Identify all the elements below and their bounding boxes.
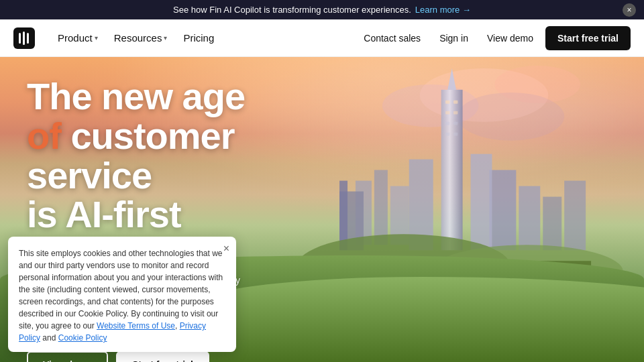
cookie-banner: × This site employs cookies and other te… [8, 237, 236, 352]
cookie-close-button[interactable]: × [223, 243, 229, 254]
start-free-trial-button[interactable]: Start free trial [545, 26, 631, 50]
terms-of-use-link[interactable]: Website Terms of Use [97, 321, 175, 330]
svg-rect-2 [23, 32, 25, 45]
svg-rect-18 [453, 122, 458, 125]
sign-in-link[interactable]: Sign in [433, 27, 475, 49]
svg-rect-28 [471, 154, 492, 251]
svg-rect-24 [519, 186, 540, 251]
svg-rect-13 [445, 101, 449, 104]
view-demo-nav-link[interactable]: View demo [480, 27, 540, 49]
hero-section: The new ageof customer serviceis AI-firs… [0, 57, 644, 362]
start-trial-hero-button[interactable]: Start free trial [116, 351, 209, 362]
nav-product[interactable]: Product ▾ [51, 27, 105, 49]
nav-left: Product ▾ Resources ▾ Pricing [51, 27, 221, 49]
resources-chevron-icon: ▾ [164, 34, 167, 42]
svg-rect-19 [445, 133, 449, 136]
svg-rect-15 [445, 111, 449, 115]
svg-rect-14 [453, 101, 458, 104]
contact-sales-link[interactable]: Contact sales [357, 27, 427, 49]
nav-resources[interactable]: Resources ▾ [107, 27, 174, 49]
announcement-link[interactable]: Learn more → [415, 5, 471, 15]
svg-rect-3 [27, 33, 29, 44]
navbar: Product ▾ Resources ▾ Pricing Contact sa… [0, 19, 644, 57]
intercom-logo-icon [13, 27, 35, 49]
svg-rect-26 [564, 181, 586, 251]
announcement-bar: See how Fin AI Copilot is transforming c… [0, 0, 644, 19]
product-chevron-icon: ▾ [95, 34, 98, 42]
svg-point-7 [458, 93, 565, 141]
cookie-policy-link[interactable]: Cookie Policy [58, 333, 107, 343]
svg-rect-25 [543, 197, 561, 251]
svg-rect-9 [374, 170, 388, 245]
svg-rect-1 [19, 33, 21, 44]
logo[interactable] [13, 27, 35, 49]
svg-rect-23 [489, 170, 516, 251]
view-demo-button[interactable]: View demo [27, 351, 108, 362]
svg-rect-16 [453, 111, 458, 115]
hero-buttons: View demo Start free trial [27, 351, 327, 362]
nav-right: Contact sales Sign in View demo Start fr… [357, 26, 631, 50]
hero-title: The new ageof customer serviceis AI-firs… [27, 77, 327, 235]
svg-rect-17 [445, 122, 449, 125]
announcement-text: See how Fin AI Copilot is transforming c… [173, 5, 411, 15]
svg-rect-20 [453, 133, 458, 136]
nav-pricing[interactable]: Pricing [176, 27, 221, 49]
close-announcement-button[interactable]: × [623, 3, 636, 17]
cookie-text: This site employs cookies and other tech… [19, 247, 225, 344]
svg-rect-11 [441, 90, 463, 250]
